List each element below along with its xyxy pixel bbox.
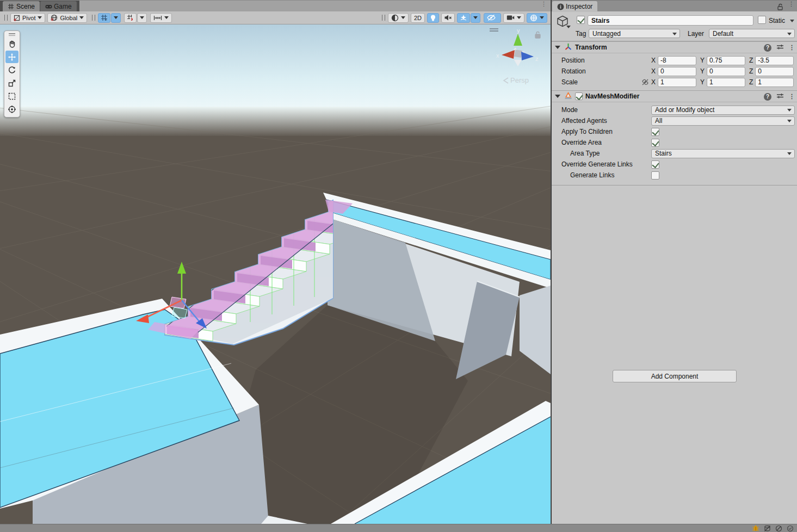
pivot-label: Pivot	[22, 15, 35, 21]
tag-dropdown[interactable]: Untagged	[589, 29, 680, 38]
scene-visibility-button[interactable]	[484, 13, 501, 23]
scene-viewport-3d[interactable]: y x z Persp	[0, 24, 551, 524]
shading-mode-button[interactable]	[388, 13, 409, 23]
ruler-icon	[153, 15, 162, 21]
rotation-z-field[interactable]	[755, 67, 794, 76]
global-label: Global	[60, 15, 77, 21]
axis-label-x: x	[496, 52, 499, 59]
cache-server-disconnected-icon[interactable]	[764, 525, 771, 532]
static-flags-dropdown[interactable]	[790, 20, 794, 22]
scale-y-field[interactable]	[707, 78, 745, 87]
scene-tools-overlay	[4, 30, 20, 117]
scale-label: Scale	[561, 78, 578, 86]
persp-label[interactable]: Persp	[510, 76, 529, 84]
add-component-button[interactable]: Add Component	[613, 370, 737, 382]
constrain-proportions-link-icon[interactable]	[641, 78, 649, 88]
scale-tool-button[interactable]	[5, 77, 18, 89]
foldout-arrow-icon[interactable]	[555, 95, 560, 98]
gameobject-icon-dropdown[interactable]	[566, 26, 571, 28]
move-tool-button[interactable]	[5, 51, 18, 63]
scale-z-field[interactable]	[755, 78, 794, 87]
axis-label-z: z	[535, 55, 539, 62]
navmesh-modifier-header[interactable]: NavMeshModifier ? ⋮	[552, 90, 797, 102]
rotation-y-field[interactable]	[707, 67, 745, 76]
grid-axis-icon	[101, 14, 108, 21]
2d-mode-button[interactable]: 2D	[411, 13, 425, 23]
component-menu-kebab-icon[interactable]: ⋮	[789, 95, 794, 98]
apply-to-children-row: Apply To Children	[552, 126, 797, 137]
mode-value: Add or Modify object	[655, 106, 714, 114]
code-optimization-icon[interactable]	[775, 525, 782, 532]
gamepad-icon	[45, 3, 52, 10]
affected-agents-dropdown[interactable]: All	[651, 116, 795, 126]
gizmos-button[interactable]	[527, 13, 547, 23]
grid-visibility-dropdown[interactable]	[111, 13, 121, 23]
transform-combo-tool-button[interactable]	[5, 103, 18, 115]
presets-icon[interactable]	[776, 44, 784, 52]
tab-inspector[interactable]: Inspector	[552, 1, 597, 12]
position-row: Position X Y Z	[552, 55, 797, 66]
snap-increment-dropdown[interactable]	[137, 13, 147, 23]
grid-visibility-button[interactable]	[98, 13, 110, 23]
inspector-menu-kebab-icon[interactable]: ⋮	[788, 3, 794, 5]
apply-to-children-checkbox[interactable]	[651, 128, 659, 136]
audio-mute-button[interactable]	[441, 13, 455, 23]
tools-drag-handle[interactable]	[5, 32, 18, 37]
position-x-field[interactable]	[658, 56, 696, 65]
area-type-label: Area Type	[570, 150, 600, 157]
add-component-label: Add Component	[651, 373, 699, 380]
gizmo-plane-handle-xz[interactable]	[172, 307, 187, 318]
layer-value: Default	[713, 30, 733, 38]
position-y-field[interactable]	[707, 56, 745, 65]
presets-icon[interactable]	[776, 92, 784, 101]
background-tasks-check-icon[interactable]	[787, 525, 794, 532]
rotate-tool-button[interactable]	[5, 64, 18, 76]
tab-scene[interactable]: Scene	[3, 1, 40, 12]
rect-tool-button[interactable]	[5, 90, 18, 102]
help-icon[interactable]: ?	[764, 44, 771, 52]
help-icon[interactable]: ?	[764, 93, 771, 101]
chevron-down-icon	[164, 16, 169, 19]
component-menu-kebab-icon[interactable]: ⋮	[789, 46, 794, 49]
view-hand-tool-button[interactable]	[5, 38, 18, 50]
override-area-checkbox[interactable]	[651, 139, 659, 147]
measure-tool-button[interactable]	[150, 13, 172, 23]
scene-tab-menu-kebab-icon[interactable]: ⋮	[541, 3, 546, 5]
pivot-mode-button[interactable]: Pivot	[10, 13, 45, 23]
toolbar-separator	[382, 15, 385, 21]
x-axis-label: X	[651, 67, 656, 75]
tab-game[interactable]: Game	[40, 1, 77, 12]
gizmo-center-cube[interactable]	[514, 50, 522, 58]
scene-lighting-button[interactable]	[427, 13, 439, 23]
gizmo-sphere-icon	[530, 14, 537, 22]
scene-camera-button[interactable]	[503, 13, 524, 23]
toolbar-separator	[92, 15, 95, 21]
override-generate-links-label: Override Generate Links	[561, 160, 633, 168]
rotation-x-field[interactable]	[658, 67, 696, 76]
layer-label: Layer	[688, 30, 704, 38]
foldout-arrow-icon[interactable]	[555, 46, 560, 49]
chevron-down-icon	[787, 152, 792, 155]
snap-increment-button[interactable]	[124, 13, 137, 23]
mode-dropdown[interactable]: Add or Modify object	[651, 106, 795, 115]
debugger-bug-icon[interactable]	[752, 525, 759, 531]
layer-dropdown[interactable]: Default	[709, 29, 795, 38]
gameobject-active-checkbox[interactable]	[577, 16, 585, 24]
generate-links-label: Generate Links	[570, 171, 614, 179]
override-generate-links-checkbox[interactable]	[651, 160, 659, 169]
inspector-body: Static Tag Untagged Layer Default Transf…	[552, 11, 797, 524]
scene-effects-dropdown[interactable]	[471, 13, 480, 23]
generate-links-checkbox[interactable]	[651, 171, 659, 180]
gameobject-name-field[interactable]	[588, 15, 753, 26]
scale-x-field[interactable]	[658, 78, 696, 87]
x-axis-label: X	[651, 57, 656, 64]
scene-effects-button[interactable]	[457, 13, 470, 23]
area-type-dropdown[interactable]: Stairs	[651, 149, 795, 158]
generate-links-row: Generate Links	[552, 170, 797, 181]
position-z-field[interactable]	[755, 56, 794, 65]
static-checkbox[interactable]	[758, 16, 766, 24]
transform-header[interactable]: Transform ? ⋮	[552, 41, 797, 53]
component-enabled-checkbox[interactable]	[575, 92, 583, 100]
global-mode-button[interactable]: Global	[47, 13, 87, 23]
toolbar-drag-handle[interactable]	[4, 15, 8, 21]
